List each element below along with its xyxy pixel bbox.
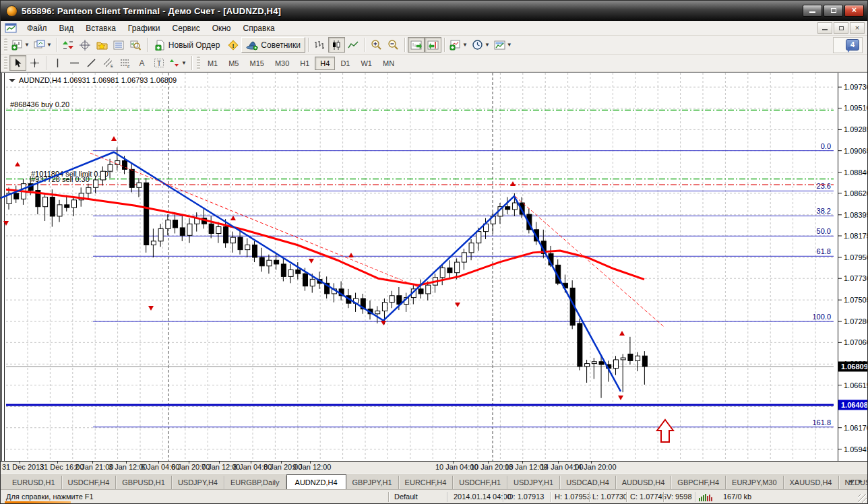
text-a-icon: A — [137, 58, 147, 68]
toolbar-separator — [365, 38, 365, 52]
time-axis[interactable]: 31 Dec 201331 Dec 16:002 Jan 21:003 Jan … — [1, 461, 867, 473]
text-tool-button[interactable]: A — [133, 55, 150, 71]
crosshair-icon — [30, 58, 40, 68]
arrows-tool-button[interactable]: ▼ — [167, 55, 189, 71]
chart-tab-usdjpy-h1[interactable]: USDJPY,H1 — [507, 476, 560, 489]
list-icon — [113, 40, 124, 51]
chart-tab-eurjpy-m30[interactable]: EURJPY,M30 — [726, 476, 783, 489]
market-watch-button[interactable] — [60, 37, 77, 53]
timeframe-button-m1[interactable]: M1 — [202, 57, 223, 70]
status-separator — [589, 492, 590, 502]
status-volume: V: 9598 — [666, 493, 692, 501]
indicators-button[interactable]: ▼ — [447, 37, 470, 53]
chart-tab-usdchf-h4[interactable]: USDCHF,H4 — [62, 476, 117, 489]
advisor-hat-icon — [246, 40, 258, 51]
vertical-line-tool-button[interactable] — [49, 55, 66, 71]
auto-scroll-button[interactable] — [408, 37, 425, 53]
fibonacci-tool-button[interactable]: F — [117, 55, 133, 71]
chart-tab-eurusd-h1[interactable]: EURUSD,H1 — [6, 476, 62, 489]
chart-tab-audusd-h4[interactable]: AUDUSD,H4 — [616, 476, 672, 489]
menu-item-справка[interactable]: Справка — [237, 22, 281, 35]
timeframe-button-m5[interactable]: M5 — [223, 57, 244, 70]
maximize-button[interactable] — [824, 5, 843, 17]
zoom-in-button[interactable] — [368, 37, 385, 53]
timeframe-button-h4[interactable]: H4 — [315, 57, 335, 70]
new-order-button[interactable]: Новый Ордер — [150, 37, 224, 53]
status-bar: Для справки, нажмите F1 Default 2014.01.… — [1, 489, 867, 503]
chart-tab-usdcad-h4[interactable]: USDCAD,H4 — [560, 476, 616, 489]
timeframe-button-d1[interactable]: D1 — [335, 57, 355, 70]
chart-tab-gbpjpy-h1[interactable]: GBPJPY,H1 — [346, 476, 399, 489]
resize-grip[interactable] — [858, 494, 867, 503]
close-button[interactable]: × — [844, 5, 864, 17]
chart-tab-usdchf-h1[interactable]: USDCHF,H1 — [453, 476, 507, 489]
toolbar-separator — [191, 56, 192, 70]
profiles-button[interactable]: ▼ — [32, 37, 54, 53]
new-order-icon — [155, 40, 166, 51]
dropdown-arrow-icon: ▼ — [485, 42, 490, 48]
up-arrow-object[interactable] — [657, 420, 673, 442]
chart-tab-usdjpy-h4[interactable]: USDJPY,H4 — [172, 476, 224, 489]
menu-item-сервис[interactable]: Сервис — [166, 22, 206, 35]
timeframe-button-w1[interactable]: W1 — [355, 57, 377, 70]
status-profile[interactable]: Default — [394, 493, 418, 501]
child-close-button[interactable]: × — [850, 22, 865, 34]
chart-tab-eurgbp-daily[interactable]: EURGBP,Daily — [224, 476, 286, 489]
mailbox-badge[interactable]: 4 — [846, 39, 859, 51]
timeframe-button-m30[interactable]: M30 — [270, 57, 294, 70]
periods-button[interactable]: ▼ — [470, 37, 492, 53]
templates-button[interactable]: ▼ — [492, 37, 514, 53]
tab-scroll-left-icon[interactable]: ◄ — [846, 478, 855, 484]
menu-item-графики[interactable]: Графики — [122, 22, 166, 35]
chart-tab-gbpchf-h4[interactable]: GBPCHF,H4 — [671, 476, 726, 489]
chart-tab-eurchf-h4[interactable]: EURCHF,H4 — [399, 476, 454, 489]
horizontal-line-tool-button[interactable] — [66, 55, 83, 71]
support-price-box: 1.06408 — [841, 401, 868, 409]
chart-tab-audnzd-h4[interactable]: AUDNZD,H4 — [286, 474, 346, 489]
time-axis-tick — [453, 462, 454, 464]
status-separator — [626, 492, 627, 502]
fib-level-label: 23.6 — [817, 182, 831, 190]
zoom-out-button[interactable] — [385, 37, 402, 53]
cursor-tool-button[interactable] — [9, 55, 26, 71]
menu-item-вставка[interactable]: Вставка — [80, 22, 122, 35]
zoom-in-icon — [371, 39, 382, 51]
tab-scroll-right-icon[interactable]: ► — [857, 478, 865, 484]
alert-button[interactable]: ! — [224, 37, 241, 53]
trendline-icon — [86, 58, 96, 68]
timeframe-button-m15[interactable]: M15 — [244, 57, 269, 70]
menu-item-окно[interactable]: Окно — [206, 22, 237, 35]
navigator-button[interactable] — [94, 37, 111, 53]
label-tool-button[interactable]: T — [150, 55, 167, 71]
crosshair-tool-button[interactable] — [26, 55, 43, 71]
time-axis-tick — [591, 462, 592, 464]
data-window-button[interactable] — [77, 37, 94, 53]
new-chart-button[interactable]: ▼ — [9, 37, 32, 53]
child-restore-button[interactable] — [834, 22, 848, 34]
app-icon — [6, 5, 18, 17]
chart-shift-button[interactable] — [425, 37, 441, 53]
chart-tab-xauusd-h4[interactable]: XAUUSD,H4 — [784, 476, 839, 489]
timeframe-button-mn[interactable]: MN — [377, 57, 400, 70]
trendline-tool-button[interactable] — [83, 55, 100, 71]
fibonacci-icon: F — [120, 58, 131, 68]
price-chart[interactable]: 1.097301.095101.092851.090651.088401.086… — [1, 73, 868, 462]
timeframe-button-h1[interactable]: H1 — [294, 57, 315, 70]
dropdown-arrow-icon: ▼ — [462, 42, 468, 48]
child-minimize-button[interactable] — [817, 22, 832, 34]
channel-tool-button[interactable]: E — [100, 55, 117, 71]
line-chart-mode-button[interactable] — [345, 37, 362, 53]
menu-item-файл[interactable]: Файл — [21, 22, 53, 35]
chart-header: AUDNZD,H4 1.06931 1.06981 1.06793 1.0680… — [9, 76, 177, 84]
candlestick-mode-button[interactable] — [328, 37, 345, 53]
strategy-tester-button[interactable] — [127, 37, 144, 53]
minimize-button[interactable] — [803, 5, 822, 17]
moving-average-layer — [6, 189, 644, 285]
menu-item-вид[interactable]: Вид — [53, 22, 80, 35]
bar-chart-mode-button[interactable] — [311, 37, 328, 53]
time-axis-tick — [219, 462, 220, 464]
chart-tab-gbpusd-h1[interactable]: GBPUSD,H1 — [116, 476, 172, 489]
expert-advisors-button[interactable]: Советники — [241, 37, 305, 53]
terminal-panel-button[interactable] — [111, 37, 127, 53]
templates-icon — [494, 40, 505, 51]
